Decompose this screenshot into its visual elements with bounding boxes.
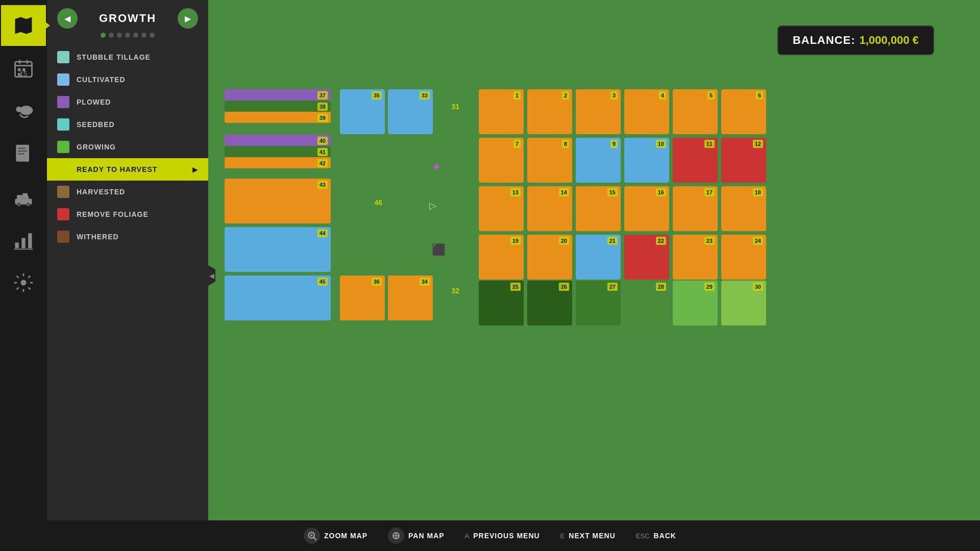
dot-7[interactable] xyxy=(150,33,155,38)
field-12[interactable]: 12 xyxy=(721,138,766,183)
sidebar-item-map[interactable] xyxy=(1,5,46,46)
field-40[interactable]: 40 xyxy=(225,135,331,146)
field-11[interactable]: 11 xyxy=(673,138,718,183)
field-24[interactable]: 24 xyxy=(721,235,766,280)
field-23[interactable]: 23 xyxy=(673,235,718,280)
field-num-29: 29 xyxy=(704,283,715,291)
legend-growing[interactable]: GROWING xyxy=(47,136,208,158)
svg-point-16 xyxy=(17,203,20,206)
dot-4[interactable] xyxy=(125,33,130,38)
legend-plowed[interactable]: PLOWED xyxy=(47,91,208,113)
field-1[interactable]: 1 xyxy=(479,89,524,134)
field-32[interactable]: 32 xyxy=(436,284,464,312)
field-15[interactable]: 15 xyxy=(576,186,621,231)
field-44[interactable]: 44 xyxy=(225,227,331,272)
field-num-26: 26 xyxy=(559,283,569,291)
field-num-14: 14 xyxy=(559,188,569,196)
legend-withered[interactable]: WITHERED xyxy=(47,226,208,248)
field-num-13: 13 xyxy=(510,188,521,196)
field-30[interactable]: 30 xyxy=(721,281,766,325)
field-16[interactable]: 16 xyxy=(624,186,669,231)
prev-menu-action[interactable]: A PREVIOUS MENU xyxy=(465,532,540,540)
sidebar-item-stats[interactable] xyxy=(1,219,46,260)
field-26[interactable]: 26 xyxy=(527,281,572,325)
field-14[interactable]: 14 xyxy=(527,186,572,231)
field-13[interactable]: 13 xyxy=(479,186,524,231)
field-4[interactable]: 4 xyxy=(624,89,669,134)
legend-ready[interactable]: READY TO HARVEST ▶ xyxy=(47,158,208,181)
field-42[interactable]: 42 xyxy=(225,157,331,168)
field-20[interactable]: 20 xyxy=(527,235,572,280)
balance-display: BALANCE: 1,000,000 € xyxy=(777,26,934,55)
field-45[interactable]: 45 xyxy=(225,276,331,320)
field-19[interactable]: 19 xyxy=(479,235,524,280)
next-menu-key: E xyxy=(560,532,565,540)
legend-label-plowed: PLOWED xyxy=(77,98,198,106)
field-17[interactable]: 17 xyxy=(673,186,718,231)
balance-value: 1,000,000 € xyxy=(860,34,919,47)
sidebar-item-contracts[interactable] xyxy=(1,134,46,174)
field-5[interactable]: 5 xyxy=(673,89,718,134)
field-28[interactable]: 28 xyxy=(624,281,669,325)
legend-list: STUBBLE TILLAGE CULTIVATED PLOWED SEEDBE… xyxy=(47,46,208,248)
field-6[interactable]: 6 xyxy=(721,89,766,134)
field-num-46: 46 xyxy=(372,197,384,208)
field-num-30: 30 xyxy=(753,283,763,291)
field-18[interactable]: 18 xyxy=(721,186,766,231)
field-2[interactable]: 2 xyxy=(527,89,572,134)
svg-rect-13 xyxy=(18,153,24,155)
sidebar-item-calendar[interactable]: 15 xyxy=(1,48,46,89)
back-action[interactable]: ESC BACK xyxy=(636,532,676,540)
field-num-40: 40 xyxy=(317,137,328,145)
field-3[interactable]: 3 xyxy=(576,89,621,134)
field-31[interactable]: 31 xyxy=(436,99,464,128)
zoom-map-action[interactable]: ZOOM MAP xyxy=(304,528,368,544)
field-25[interactable]: 25 xyxy=(479,281,524,325)
field-34[interactable]: 34 xyxy=(388,276,433,320)
prev-nav-button[interactable]: ◀ xyxy=(57,8,78,29)
field-22[interactable]: 22 xyxy=(624,235,669,280)
zoom-icon-circle xyxy=(304,528,320,544)
next-nav-button[interactable]: ▶ xyxy=(178,8,198,29)
legend-seedbed[interactable]: SEEDBED xyxy=(47,113,208,136)
field-21[interactable]: 21 xyxy=(576,235,621,280)
legend-color-cultivated xyxy=(57,73,69,86)
sidebar-item-equipment[interactable] xyxy=(1,177,46,217)
dot-1[interactable] xyxy=(101,33,106,38)
legend-stubble[interactable]: STUBBLE TILLAGE xyxy=(47,46,208,68)
pan-map-action[interactable]: PAN MAP xyxy=(388,528,445,544)
field-36[interactable]: 36 xyxy=(340,276,385,320)
field-41[interactable]: 41 xyxy=(225,146,331,157)
next-menu-action[interactable]: E NEXT MENU xyxy=(560,532,616,540)
field-7[interactable]: 7 xyxy=(479,138,524,183)
field-10[interactable]: 10 xyxy=(624,138,669,183)
field-33[interactable]: 33 xyxy=(388,89,433,134)
field-8[interactable]: 8 xyxy=(527,138,572,183)
legend-cultivated[interactable]: CULTIVATED xyxy=(47,68,208,91)
legend-remove-foliage[interactable]: REMOVE FOLIAGE xyxy=(47,203,208,226)
cursor-3: ▷ xyxy=(429,200,436,211)
field-num-43: 43 xyxy=(317,181,328,189)
field-area: 37 38 39 40 41 42 43 44 45 35 33 31 xyxy=(208,0,980,520)
legend-label-ready: READY TO HARVEST xyxy=(77,165,185,173)
field-37[interactable]: 37 xyxy=(225,89,331,101)
dot-2[interactable] xyxy=(109,33,114,38)
sidebar-item-animals[interactable] xyxy=(1,91,46,132)
field-num-2: 2 xyxy=(562,91,569,99)
field-27[interactable]: 27 xyxy=(576,281,621,325)
field-29[interactable]: 29 xyxy=(673,281,718,325)
field-9[interactable]: 9 xyxy=(576,138,621,183)
dot-3[interactable] xyxy=(117,33,122,38)
legend-harvested[interactable]: HARVESTED xyxy=(47,181,208,203)
legend-label-growing: GROWING xyxy=(77,143,198,151)
field-num-7: 7 xyxy=(513,140,521,148)
field-35[interactable]: 35 xyxy=(340,89,385,134)
svg-line-25 xyxy=(313,537,316,540)
dot-6[interactable] xyxy=(141,33,146,38)
field-43[interactable]: 43 xyxy=(225,179,331,223)
field-39[interactable]: 39 xyxy=(225,112,331,123)
field-46[interactable]: 46 xyxy=(359,195,387,216)
field-38[interactable]: 38 xyxy=(225,101,331,112)
dot-5[interactable] xyxy=(133,33,138,38)
sidebar-item-settings[interactable] xyxy=(1,262,46,303)
